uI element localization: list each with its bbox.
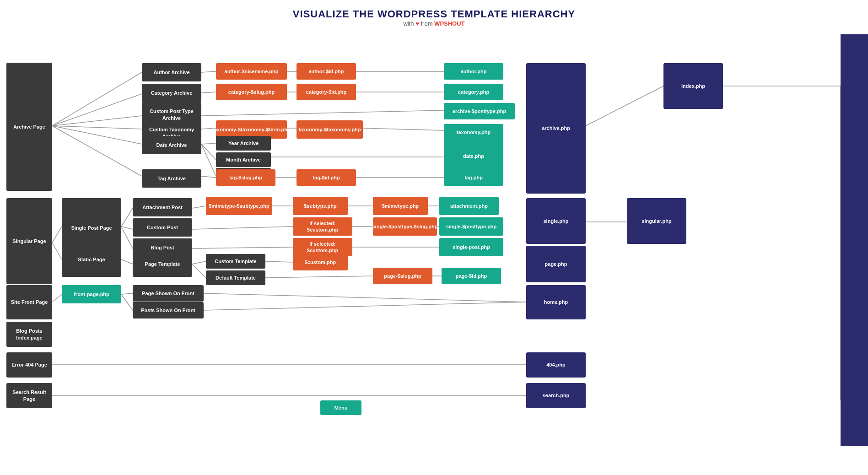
- svg-line-1: [52, 94, 142, 126]
- author-archive-node: Author Archive: [142, 63, 201, 81]
- page-shown-on-front-node: Page Shown On Front: [133, 285, 204, 302]
- category-archive-node: Category Archive: [142, 84, 201, 102]
- page-slug-php-node: page-$slug.php: [373, 268, 432, 284]
- svg-line-20: [201, 176, 216, 178]
- svg-line-24: [52, 227, 62, 243]
- front-page-php-node: front-page.php: [62, 285, 121, 303]
- svg-line-30: [192, 206, 206, 208]
- svg-line-28: [121, 227, 133, 248]
- svg-line-40: [192, 264, 206, 278]
- svg-line-49: [204, 302, 526, 310]
- search-result-page-node: Search Result Page: [6, 383, 52, 408]
- svg-line-39: [192, 261, 206, 264]
- svg-line-12: [201, 110, 444, 116]
- month-archive-node: Month Archive: [216, 152, 271, 167]
- home-php-node: home.php: [526, 285, 586, 319]
- taxonomy-php2-node: taxonomy-$taxonomy.php: [297, 120, 363, 139]
- brand-label: WPSHOUT: [434, 20, 464, 27]
- posts-shown-on-front-node: Posts Shown On Front: [133, 302, 204, 318]
- svg-line-2: [52, 116, 142, 126]
- svg-line-37: [192, 247, 293, 248]
- year-archive-node: Year Archive: [216, 136, 271, 151]
- svg-line-26: [121, 208, 133, 227]
- tag-archive-node: Tag Archive: [142, 169, 201, 188]
- svg-line-41: [265, 261, 293, 262]
- page-template-node: Page Template: [133, 252, 192, 277]
- tag-slug-node: tag-$slug.php: [216, 169, 275, 186]
- category-slug-node: category-$slug.php: [216, 84, 287, 100]
- svg-line-34: [192, 227, 293, 229]
- author-id-node: author-$id.php: [297, 63, 356, 80]
- svg-line-25: [52, 243, 62, 259]
- static-page-node: Static Page: [62, 243, 121, 277]
- subtype-php-node: $subtype.php: [293, 197, 348, 215]
- mimetype-subtype-node: $mimetype-$subtype.php: [206, 197, 272, 215]
- custom-template-node: Custom Template: [206, 254, 265, 269]
- default-template-node: Default Template: [206, 270, 265, 285]
- svg-line-27: [121, 227, 133, 229]
- singular-page-node: Singular Page: [6, 198, 52, 284]
- if-selected-custom-node: If selected: $custom.php: [293, 217, 352, 236]
- svg-line-5: [52, 126, 142, 176]
- svg-line-29: [121, 259, 133, 264]
- single-post-php-node: single-post.php: [439, 238, 503, 256]
- site-front-page-node: Site Front Page: [6, 285, 52, 319]
- singular-php-node: singular.php: [627, 198, 686, 244]
- svg-line-0: [52, 72, 142, 126]
- right-sidebar: [841, 34, 868, 446]
- menu-button[interactable]: Menu: [320, 400, 361, 415]
- svg-line-3: [52, 126, 142, 129]
- svg-line-45: [52, 294, 62, 302]
- svg-line-46: [121, 293, 133, 294]
- error-404-page-node: Error 404 Page: [6, 352, 52, 378]
- svg-line-48: [204, 293, 526, 302]
- svg-line-42: [265, 276, 373, 278]
- custom-post-node: Custom Post: [133, 218, 192, 237]
- index-php-node: index.php: [663, 63, 723, 109]
- subtitle-prefix: with: [403, 20, 415, 27]
- archive-php-node: archive.php: [526, 63, 586, 194]
- subtitle: with ♥ from WPSHOUT: [0, 20, 868, 27]
- svg-line-4: [52, 126, 142, 144]
- author-nicename-node: author-$nicename.php: [216, 63, 287, 80]
- archive-page-node: Archive Page: [6, 63, 52, 191]
- single-posttype-php-node: single-$posttype.php: [439, 217, 503, 236]
- mimetype-php-node: $mimetype.php: [373, 197, 428, 215]
- blog-posts-index-node: Blog Posts Index page: [6, 322, 52, 347]
- author-php-node: author.php: [444, 63, 503, 80]
- date-php-node: date.php: [444, 138, 503, 174]
- attachment-php-node: attachment.php: [439, 197, 499, 215]
- svg-line-17: [201, 144, 216, 160]
- svg-line-15: [363, 128, 444, 130]
- archive-posttype-node: archive-$posttype.php: [444, 103, 515, 119]
- single-php-node: single.php: [526, 198, 586, 244]
- svg-line-6: [201, 71, 216, 72]
- title-area: VISUALIZE THE WORDPRESS TEMPLATE HIERARC…: [0, 0, 868, 30]
- svg-line-18: [201, 144, 216, 176]
- main-title: VISUALIZE THE WORDPRESS TEMPLATE HIERARC…: [0, 8, 868, 20]
- svg-line-16: [201, 143, 216, 144]
- diagram: Archive Page Author Archive Category Arc…: [0, 34, 868, 446]
- attachment-post-node: Attachment Post: [133, 198, 192, 216]
- connector-svg: [0, 34, 868, 446]
- single-posttype-slug-node: single-$posttype-$slug.php: [373, 217, 437, 236]
- category-php-node: category.php: [444, 84, 503, 100]
- category-id-node: category-$id.php: [297, 84, 356, 100]
- page-wrapper: VISUALIZE THE WORDPRESS TEMPLATE HIERARC…: [0, 0, 868, 475]
- heart-icon: ♥: [415, 20, 419, 27]
- subtitle-middle: from: [419, 20, 434, 27]
- search-php-node: search.php: [526, 383, 586, 408]
- svg-line-23: [586, 86, 663, 126]
- svg-line-9: [201, 92, 216, 93]
- svg-line-47: [121, 294, 133, 310]
- page-id-php-node: page-$id.php: [442, 268, 501, 284]
- if-selected-custom2-node: If selected: $custom.php: [293, 238, 352, 256]
- custom-php-node: $custom.php: [293, 254, 348, 270]
- date-archive-node: Date Archive: [142, 136, 201, 154]
- page-php-node: page.php: [526, 246, 586, 282]
- tag-php-node: tag.php: [444, 169, 503, 186]
- tag-id-node: tag-$id.php: [297, 169, 356, 186]
- error-404-php-node: 404.php: [526, 352, 586, 378]
